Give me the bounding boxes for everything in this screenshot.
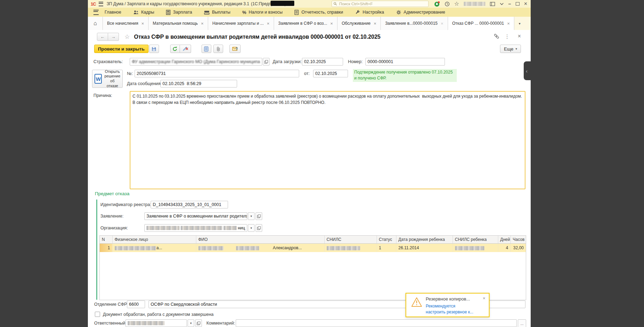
application-field[interactable]: Заявление в СФР о возмещении выплат роди… — [144, 212, 247, 220]
tab-close-icon[interactable] — [267, 21, 270, 26]
attachments-button[interactable] — [213, 45, 223, 53]
message-no-field[interactable] — [135, 70, 299, 77]
column-header-hours[interactable]: Часов — [510, 236, 526, 244]
organization-field[interactable]: ниц — [144, 224, 247, 232]
comment-ellipsis-button[interactable]: ... — [518, 319, 526, 327]
tab-close-icon[interactable] — [507, 21, 510, 26]
load-date-field[interactable] — [302, 58, 343, 66]
processed-checkbox-label: Документ обработан, работа с документом … — [103, 312, 214, 317]
people-icon — [133, 10, 139, 15]
refresh-button[interactable] — [170, 45, 180, 53]
message-from-label: от: — [304, 71, 310, 76]
insured-field[interactable]: ФУ администрации Гаринского МО (Дума Гар… — [130, 58, 262, 66]
application-dropdown-button[interactable] — [248, 212, 255, 220]
panel-layout-icon[interactable] — [490, 2, 495, 6]
message-no-label: №: — [127, 71, 133, 76]
open-application-icon[interactable] — [256, 212, 262, 220]
menu-item-nalogi[interactable]: % Налоги и взносы — [236, 8, 289, 17]
more-actions-button[interactable]: Еще — [500, 45, 521, 53]
column-header-person[interactable]: Физическое лицо — [112, 236, 196, 244]
reason-textarea[interactable]: С 01.10.2025 по 03.10.2025 временно прио… — [130, 91, 525, 189]
column-header-snils[interactable]: СНИЛС — [324, 236, 377, 244]
tab-otkaz-sfr-active[interactable]: Отказ СФР ... 0000-000001 — [448, 17, 515, 30]
message-date-field[interactable] — [160, 80, 237, 88]
organization-dropdown-button[interactable] — [248, 224, 255, 232]
tab-obsluzhivanie[interactable]: Обслуживание — [338, 17, 381, 30]
tab-close-icon[interactable] — [142, 21, 144, 26]
back-button[interactable]: ← — [97, 33, 108, 41]
table-row[interactable]: 1 а... Александров... 1 26.11.2014 4 32,… — [100, 244, 526, 252]
cell-days: 4 — [498, 244, 510, 252]
save-button[interactable] — [149, 45, 159, 53]
registry-id-field[interactable] — [151, 201, 228, 208]
more-kebab-icon[interactable]: ⋮ — [505, 33, 510, 40]
number-label: Номер: — [348, 59, 363, 64]
message-from-field[interactable] — [313, 70, 348, 77]
get-link-icon[interactable] — [494, 33, 499, 40]
column-header-fio[interactable]: ФИО — [196, 236, 324, 244]
column-header-status[interactable]: Статус — [377, 236, 396, 244]
report-icon — [294, 10, 299, 15]
history-icon[interactable] — [445, 1, 450, 7]
number-field[interactable] — [365, 58, 445, 66]
tab-close-icon[interactable] — [374, 21, 377, 26]
menu-item-nastroyka[interactable]: Настройка — [349, 8, 390, 17]
menu-item-vyplaty[interactable]: Налоги и взносы Выплаты — [198, 8, 236, 17]
main-menu-icon[interactable] — [99, 2, 103, 6]
global-search[interactable] — [332, 1, 429, 7]
column-header-n[interactable]: N — [100, 236, 112, 244]
forward-button[interactable]: → — [108, 33, 119, 41]
tab-nachislenie-zarplaty[interactable]: Начисление зарплаты и ... — [208, 17, 274, 30]
open-organization-icon[interactable] — [256, 224, 262, 232]
menu-item-otchetnost[interactable]: Отчетность, справки — [288, 8, 349, 17]
arrow-right-icon: → — [111, 34, 116, 39]
tab-zayavleniya-v-sfr[interactable]: Заявления в СФР о воз... — [274, 17, 338, 30]
processed-checkbox[interactable] — [95, 312, 100, 317]
column-header-child-birthdate[interactable]: Дата рождения ребенка — [396, 236, 453, 244]
open-responsible-icon[interactable] — [195, 319, 202, 327]
column-header-child-snils[interactable]: СНИЛС ребенка — [453, 236, 498, 244]
post-and-close-button[interactable]: Провести и закрыть — [94, 45, 149, 53]
tab-close-icon[interactable] — [201, 21, 204, 26]
favorite-star-icon[interactable]: ☆ — [124, 33, 130, 40]
tab-list-dropdown[interactable] — [514, 17, 525, 30]
post-document-button[interactable]: ✕ — [180, 45, 191, 53]
search-input[interactable] — [339, 1, 427, 6]
tab-vse-nachisleniya[interactable]: Все начисления — [103, 17, 149, 30]
notification-close-icon[interactable] — [483, 296, 485, 301]
backup-notification-popup[interactable]: Резервное копиров... Рекомендуетсянастро… — [406, 293, 490, 317]
close-form-button[interactable] — [518, 33, 521, 39]
save-floppy-icon — [151, 46, 157, 52]
sections-panel-icon[interactable] — [93, 10, 99, 15]
chevron-down-icon[interactable] — [500, 2, 504, 6]
maximize-button[interactable] — [516, 2, 520, 6]
document-register-button[interactable] — [202, 45, 211, 53]
sfr-department-label: Отделение СФР: — [94, 302, 128, 307]
minimize-button[interactable]: – — [508, 1, 511, 6]
send-message-button[interactable]: ? — [229, 45, 241, 53]
close-window-button[interactable] — [524, 1, 527, 7]
menu-item-main[interactable]: Главное — [99, 8, 127, 17]
arrow-left-icon: ← — [100, 34, 105, 39]
menu-item-administrirovanie[interactable]: Администрирование — [390, 8, 451, 17]
responsible-field[interactable] — [126, 319, 187, 327]
open-refusal-decision-button[interactable]: W Открытьрешениеоб отказе — [92, 70, 123, 88]
notification-title: Резервное копиров... — [426, 296, 470, 302]
tab-materialnaya-pomosch[interactable]: Материальная помощь — [149, 17, 208, 30]
menu-item-kadry[interactable]: Кадры — [127, 8, 160, 17]
sfr-department-code-field[interactable] — [127, 301, 145, 308]
tab-home[interactable]: ⌂ — [88, 17, 103, 30]
column-header-days[interactable]: Дней — [498, 236, 510, 244]
open-insured-icon[interactable] — [263, 58, 270, 66]
favorites-star-icon[interactable]: ☆ — [454, 1, 459, 7]
notifications-bell-icon[interactable] — [434, 1, 440, 7]
responsible-dropdown-button[interactable] — [188, 319, 194, 327]
titlebar-icons: ☆ – — [434, 1, 527, 7]
tab-close-icon[interactable] — [441, 21, 444, 26]
menu-item-zarplata[interactable]: Зарплата — [160, 8, 198, 17]
setup-backup-link[interactable]: Рекомендуетсянастроить резервное к... — [426, 303, 473, 315]
collapse-panel-handle[interactable]: ‹ — [524, 61, 538, 80]
tab-zayavlenie-0000-000015[interactable]: Заявление в...0000-000015 — [381, 17, 448, 30]
tab-close-icon[interactable] — [330, 21, 333, 26]
comment-field[interactable] — [236, 319, 517, 327]
